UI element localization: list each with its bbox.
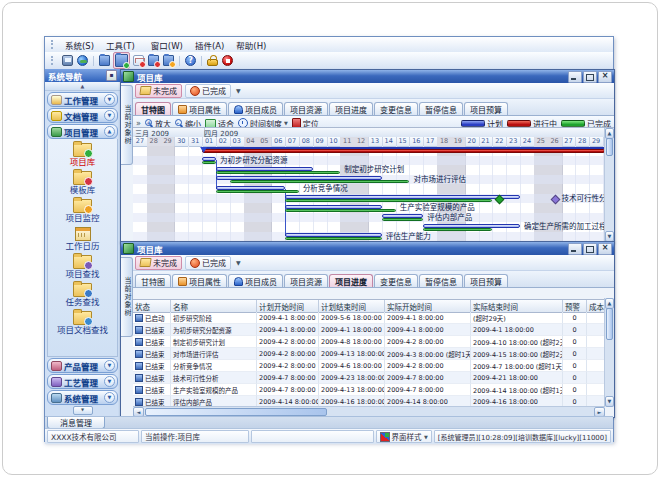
table-row[interactable]: 已结束制定初步研究计划2009-4-2 8:00:002009-4-8 18:0…	[133, 336, 605, 348]
task-actual-bar[interactable]	[285, 237, 382, 240]
filter-more-icon[interactable]: ▼	[236, 87, 241, 94]
ui-style-button[interactable]: 界面样式 ▼	[376, 430, 432, 443]
filter-已完成[interactable]: 已完成	[185, 84, 231, 98]
filter-more-icon[interactable]: ▼	[236, 259, 241, 266]
sidebar-item-任务查找[interactable]: 任务查找	[48, 283, 117, 307]
maximize-button[interactable]	[583, 71, 597, 83]
object-tree-side-tab[interactable]: 当前对象树	[121, 257, 133, 337]
column-header-成本[interactable]: 成本	[587, 300, 605, 312]
tab-项目进度[interactable]: 项目进度	[329, 102, 373, 115]
sidebar-item-项目文档查找[interactable]: 项目文档查找	[48, 311, 117, 335]
sidebar-item-项目查找[interactable]: 项目查找	[48, 255, 117, 279]
table-row[interactable]: 已启动初步研究阶段2009-4-1 8:00:002009-5-6 18:00:…	[133, 312, 605, 324]
task-actual-bar[interactable]	[216, 190, 299, 193]
sidebar-group-系统管理[interactable]: 系统管理▼	[47, 390, 118, 405]
lock-icon[interactable]	[206, 54, 219, 67]
tab-甘特图[interactable]: 甘特图	[135, 274, 171, 287]
close-button[interactable]	[598, 71, 612, 83]
table-row[interactable]: 已结束为初步研究分配资源2009-4-1 8:00:002009-4-1 18:…	[133, 324, 605, 336]
scroll-down-button[interactable]: ▼	[605, 396, 614, 407]
scrollbar-thumb[interactable]	[145, 408, 327, 416]
task-actual-bar[interactable]	[285, 209, 396, 212]
column-header-实际结束时间[interactable]: 实际结束时间	[471, 300, 563, 312]
scrollbar-thumb[interactable]	[606, 138, 613, 156]
group-toggle-icon[interactable]: ▼	[104, 94, 115, 105]
filter-未完成[interactable]: 未完成	[135, 84, 182, 98]
tab-项目预算[interactable]: 项目预算	[464, 102, 508, 115]
exit-icon[interactable]	[221, 54, 234, 67]
table-row[interactable]: 已结束对市场进行评估2009-4-2 8:00:002009-4-13 18:0…	[133, 348, 605, 360]
progress-window-titlebar[interactable]: 项目库	[121, 242, 614, 255]
sidebar-group-项目管理[interactable]: 项目管理▲	[47, 124, 118, 139]
group-toggle-icon[interactable]: ▼	[104, 110, 115, 121]
menu-item-1[interactable]: 工具(T)	[100, 41, 141, 51]
column-header-名称[interactable]: 名称	[171, 300, 257, 312]
tab-暂停信息[interactable]: 暂停信息	[419, 102, 463, 115]
task-actual-bar[interactable]	[382, 218, 423, 221]
tab-项目资源[interactable]: 项目资源	[284, 102, 328, 115]
group-toggle-icon[interactable]: ▼	[104, 360, 115, 371]
column-header-实际开始时间[interactable]: 实际开始时间	[385, 300, 471, 312]
menu-item-2[interactable]: 窗口(W)	[145, 41, 189, 51]
minimize-button[interactable]	[568, 243, 582, 255]
menu-item-3[interactable]: 插件(A)	[189, 41, 230, 51]
scrollbar-thumb[interactable]	[606, 308, 613, 340]
minimize-button[interactable]	[568, 71, 582, 83]
sidebar-group-产品管理[interactable]: 产品管理▼	[47, 358, 118, 373]
sidebar-item-工作日历[interactable]: 工作日历	[48, 227, 117, 251]
sidebar-group-文档管理[interactable]: 文档管理▼	[47, 108, 118, 123]
close-button[interactable]	[598, 243, 612, 255]
sidebar-collapse-strip[interactable]: ▲	[45, 82, 120, 91]
sidebar-group-工作管理[interactable]: 工作管理▼	[47, 92, 118, 107]
sidebar-item-项目监控[interactable]: 项目监控	[48, 199, 117, 223]
tab-暂停信息[interactable]: 暂停信息	[419, 274, 463, 287]
tab-项目属性[interactable]: 项目属性	[172, 102, 227, 115]
task-plan-bar[interactable]	[423, 224, 520, 228]
folder-task-icon[interactable]	[162, 54, 175, 67]
sidebar-item-项目库[interactable]: 项目库	[48, 143, 117, 167]
table-row[interactable]: 已结束技术可行性分析2009-4-7 8:00:002009-4-23 18:0…	[133, 372, 605, 384]
tab-甘特图[interactable]: 甘特图	[135, 102, 171, 115]
folder-icon[interactable]	[98, 54, 111, 67]
menu-item-0[interactable]: 系统(S)	[59, 41, 100, 51]
task-plan-bar[interactable]	[216, 186, 285, 190]
group-toggle-icon[interactable]: ▼	[104, 392, 115, 403]
tab-项目预算[interactable]: 项目预算	[464, 274, 508, 287]
tab-项目资源[interactable]: 项目资源	[284, 274, 328, 287]
gantt-vertical-scrollbar[interactable]: ▲ ▼	[604, 128, 614, 242]
column-header-计划开始时间[interactable]: 计划开始时间	[257, 300, 319, 312]
tab-项目进度[interactable]: 项目进度	[329, 274, 373, 287]
task-actual-bar[interactable]	[216, 171, 340, 174]
maximize-button[interactable]	[583, 243, 597, 255]
sidebar-item-模板库[interactable]: 模板库	[48, 171, 117, 195]
gantt-window-titlebar[interactable]: 项目库	[121, 70, 614, 83]
column-header-计划结束时间[interactable]: 计划结束时间	[319, 300, 385, 312]
tab-变更信息[interactable]: 变更信息	[374, 102, 418, 115]
task-plan-bar[interactable]	[216, 167, 313, 171]
table-vertical-scrollbar[interactable]: ▲ ▼	[604, 298, 614, 407]
group-toggle-icon[interactable]: ▲	[104, 126, 115, 137]
new-system-icon[interactable]	[61, 54, 74, 67]
task-actual-bar[interactable]	[423, 228, 492, 231]
column-header-预警[interactable]: 预警	[563, 300, 587, 312]
menu-item-4[interactable]: 帮助(H)	[230, 41, 272, 51]
table-row[interactable]: 已结束分析竞争情况2009-4-2 8:00:002009-4-6 18:00:…	[133, 360, 605, 372]
task-actual-bar[interactable]	[202, 161, 216, 164]
table-row[interactable]: 已结束生产实验室规模的产品2009-4-7 8:00:002009-4-13 1…	[133, 384, 605, 396]
task-plan-bar[interactable]	[285, 205, 382, 209]
sidebar-pin-button[interactable]: ▪	[106, 70, 117, 81]
task-actual-bar[interactable]	[230, 180, 410, 183]
folder-alert-icon[interactable]	[147, 54, 160, 67]
project-library-icon[interactable]	[113, 52, 130, 69]
group-toggle-icon[interactable]: ▼	[104, 376, 115, 387]
filter-未完成[interactable]: 未完成	[135, 256, 182, 270]
sidebar-group-工艺管理[interactable]: 工艺管理▼	[47, 374, 118, 389]
web-icon[interactable]	[76, 54, 89, 67]
filter-已完成[interactable]: 已完成	[185, 256, 231, 270]
column-header-状态[interactable]: 状态	[133, 300, 171, 312]
tab-项目属性[interactable]: 项目属性	[172, 274, 227, 287]
sidebar-more-button[interactable]: ▼	[73, 406, 93, 415]
report-icon[interactable]	[132, 54, 145, 67]
summary-progress-bar[interactable]	[202, 149, 605, 153]
task-actual-bar[interactable]	[285, 199, 492, 202]
